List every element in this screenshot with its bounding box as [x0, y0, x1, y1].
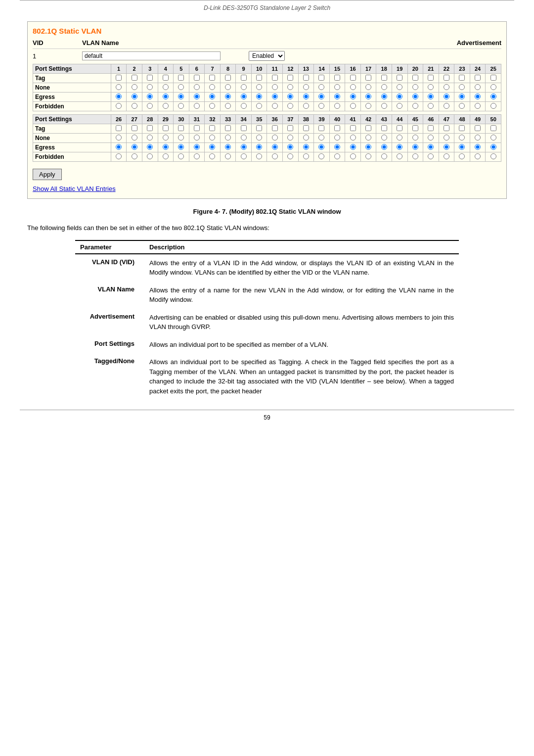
egress-r-28[interactable]: [147, 144, 153, 150]
tag-cb-37[interactable]: [287, 125, 293, 131]
tag-cb-10[interactable]: [256, 75, 262, 81]
tag-cb-23[interactable]: [459, 75, 465, 81]
forbidden-r-6[interactable]: [194, 103, 200, 109]
none-r-9[interactable]: [241, 84, 247, 90]
egress-r-41[interactable]: [350, 144, 356, 150]
tag-cb-11[interactable]: [272, 75, 278, 81]
egress-r-48[interactable]: [459, 144, 465, 150]
none-r-19[interactable]: [397, 84, 402, 90]
none-r-21[interactable]: [428, 84, 434, 90]
vlan-name-input[interactable]: [82, 51, 221, 60]
none-r-2[interactable]: [132, 84, 137, 90]
egress-r-42[interactable]: [365, 144, 371, 150]
none-r-32[interactable]: [209, 135, 215, 141]
tag-cb-15[interactable]: [334, 75, 340, 81]
forbidden-r-31[interactable]: [194, 153, 200, 159]
egress-r-45[interactable]: [412, 144, 418, 150]
tag-cb-12[interactable]: [287, 75, 293, 81]
none-r-15[interactable]: [334, 84, 340, 90]
egress-r-46[interactable]: [428, 144, 434, 150]
none-r-30[interactable]: [178, 135, 184, 141]
tag-cb-33[interactable]: [225, 125, 231, 131]
forbidden-r-10[interactable]: [256, 103, 262, 109]
none-r-48[interactable]: [459, 135, 465, 141]
forbidden-r-48[interactable]: [459, 153, 465, 159]
egress-r-36[interactable]: [272, 144, 278, 150]
none-r-8[interactable]: [225, 84, 231, 90]
tag-cb-27[interactable]: [132, 125, 137, 131]
forbidden-r-41[interactable]: [350, 153, 356, 159]
egress-r-8[interactable]: [225, 94, 231, 99]
egress-r-14[interactable]: [318, 94, 324, 99]
forbidden-r-38[interactable]: [303, 153, 309, 159]
egress-r-11[interactable]: [272, 94, 278, 99]
tag-cb-47[interactable]: [444, 125, 449, 131]
tag-cb-17[interactable]: [365, 75, 371, 81]
forbidden-r-42[interactable]: [365, 153, 371, 159]
forbidden-r-23[interactable]: [459, 103, 465, 109]
tag-cb-35[interactable]: [256, 125, 262, 131]
tag-cb-39[interactable]: [318, 125, 324, 131]
tag-cb-21[interactable]: [428, 75, 434, 81]
forbidden-r-17[interactable]: [365, 103, 371, 109]
none-r-38[interactable]: [303, 135, 309, 141]
egress-r-31[interactable]: [194, 144, 200, 150]
forbidden-r-4[interactable]: [163, 103, 169, 109]
none-r-18[interactable]: [381, 84, 387, 90]
tag-cb-49[interactable]: [475, 125, 481, 131]
egress-r-18[interactable]: [381, 94, 387, 99]
tag-cb-5[interactable]: [178, 75, 184, 81]
forbidden-r-13[interactable]: [303, 103, 309, 109]
egress-r-3[interactable]: [147, 94, 153, 99]
tag-cb-13[interactable]: [303, 75, 309, 81]
egress-r-13[interactable]: [303, 94, 309, 99]
tag-cb-36[interactable]: [272, 125, 278, 131]
egress-r-24[interactable]: [475, 94, 481, 99]
none-r-14[interactable]: [318, 84, 324, 90]
egress-r-21[interactable]: [428, 94, 434, 99]
forbidden-r-14[interactable]: [318, 103, 324, 109]
egress-r-27[interactable]: [132, 144, 137, 150]
forbidden-r-9[interactable]: [241, 103, 247, 109]
egress-r-15[interactable]: [334, 94, 340, 99]
egress-r-9[interactable]: [241, 94, 247, 99]
tag-cb-45[interactable]: [412, 125, 418, 131]
forbidden-r-30[interactable]: [178, 153, 184, 159]
show-all-link[interactable]: Show All Static VLAN Entries: [33, 185, 116, 192]
tag-cb-41[interactable]: [350, 125, 356, 131]
egress-r-35[interactable]: [256, 144, 262, 150]
forbidden-r-33[interactable]: [225, 153, 231, 159]
forbidden-r-2[interactable]: [132, 103, 137, 109]
forbidden-r-19[interactable]: [397, 103, 402, 109]
none-r-6[interactable]: [194, 84, 200, 90]
none-r-24[interactable]: [475, 84, 481, 90]
tag-cb-2[interactable]: [132, 75, 137, 81]
none-r-7[interactable]: [209, 84, 215, 90]
none-r-44[interactable]: [397, 135, 402, 141]
tag-cb-22[interactable]: [444, 75, 449, 81]
tag-cb-29[interactable]: [163, 125, 169, 131]
tag-cb-25[interactable]: [490, 75, 496, 81]
egress-r-38[interactable]: [303, 144, 309, 150]
none-r-49[interactable]: [475, 135, 481, 141]
forbidden-r-24[interactable]: [475, 103, 481, 109]
tag-cb-42[interactable]: [365, 125, 371, 131]
forbidden-r-5[interactable]: [178, 103, 184, 109]
tag-cb-38[interactable]: [303, 125, 309, 131]
egress-r-10[interactable]: [256, 94, 262, 99]
none-r-1[interactable]: [116, 84, 122, 90]
tag-cb-6[interactable]: [194, 75, 200, 81]
tag-cb-8[interactable]: [225, 75, 231, 81]
egress-r-1[interactable]: [116, 94, 122, 99]
forbidden-r-37[interactable]: [287, 153, 293, 159]
egress-r-23[interactable]: [459, 94, 465, 99]
none-r-47[interactable]: [444, 135, 449, 141]
egress-r-7[interactable]: [209, 94, 215, 99]
forbidden-r-43[interactable]: [381, 153, 387, 159]
forbidden-r-46[interactable]: [428, 153, 434, 159]
tag-cb-18[interactable]: [381, 75, 387, 81]
egress-r-2[interactable]: [132, 94, 137, 99]
forbidden-r-15[interactable]: [334, 103, 340, 109]
egress-r-37[interactable]: [287, 144, 293, 150]
tag-cb-50[interactable]: [490, 125, 496, 131]
